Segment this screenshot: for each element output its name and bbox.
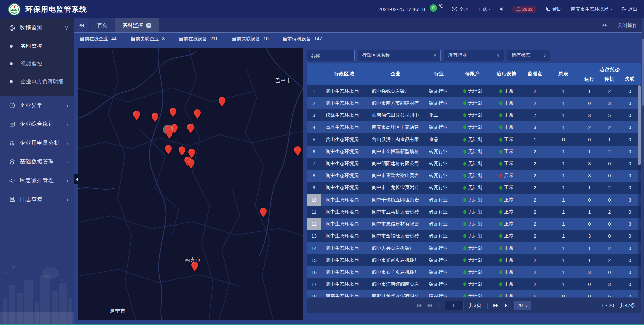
table-row[interactable]: 3仪陇生态环境局西南油气田分公司川中化工无计划正常71350	[307, 109, 641, 121]
map-pin-icon[interactable]	[170, 108, 176, 117]
tab-realtime-monitor[interactable]: 实时监控 ✕	[115, 18, 159, 32]
table-row[interactable]: 5营山生态环境局营山县润丰肉食品有限食品无计划正常10010	[307, 133, 641, 146]
table-row[interactable]: 14阆中生态环境局阆中大兴页岩机砖厂砖瓦行业无计划正常21120	[307, 242, 641, 254]
map-pin-icon[interactable]	[152, 113, 158, 122]
sidebar-item-emergency-reduction[interactable]: 应急减排管理‹	[0, 171, 74, 190]
tabs-scroll-left-button[interactable]	[74, 18, 89, 32]
sidebar-group-data-monitor: 数据监测∨实时监控视频监控企业电力负荷明细	[0, 18, 74, 96]
table-row[interactable]: 7阆中生态环境局阆中明阳建材有限公司砖瓦行业无计划正常21300	[307, 158, 641, 170]
industry-filter-select[interactable]: 所有行业 ∨	[444, 50, 504, 61]
sidebar-item-log-view[interactable]: 日志查看‹	[0, 190, 74, 209]
cell-meters: 1	[548, 197, 579, 203]
help-button[interactable]: 帮助	[546, 6, 562, 12]
table-row[interactable]: 10阆中生态环境局阆中千佛镇五郎垭页岩砖瓦行业无计划正常21003	[307, 194, 641, 206]
map-pin-icon[interactable]	[219, 97, 225, 106]
datetime-display: 2021-02-25 17:46:18	[378, 6, 425, 12]
last-page-button[interactable]	[504, 303, 509, 308]
cell-industry: 砖瓦行业	[424, 257, 454, 263]
table-row[interactable]: 6阆中生态环境局阆中市金博瑞新型墙材砖瓦行业无计划正常21120	[307, 146, 641, 158]
table-row[interactable]: 2阆中生态环境局阆中市南方节能建材有砖瓦行业无计划正常21030	[307, 97, 641, 109]
tab-home[interactable]: 首页	[90, 18, 115, 32]
sidebar-item-power-analysis[interactable]: 企业用电量分析‹	[0, 133, 74, 152]
chevron-down-icon: ∨	[525, 303, 528, 308]
cell-industry: 砖瓦行业	[424, 149, 454, 155]
table-row[interactable]: 12阆中生态环境局阆中市忠信建材有限公砖瓦行业无计划正常21003	[307, 218, 641, 230]
map-pin-icon[interactable]	[133, 111, 140, 120]
table-row[interactable]: 13阆中生态环境局阆中市金福旺页岩机砖砖瓦行业无计划正常21300	[307, 230, 641, 242]
mute-speaker-icon[interactable]	[500, 7, 504, 11]
cell-company: 西南油气田分公司川中	[367, 112, 424, 118]
page-number-input[interactable]	[444, 301, 464, 310]
bullet-dot-icon	[10, 62, 13, 65]
cell-run: 1	[579, 258, 600, 263]
close-operations-button[interactable]: 关闭操作	[617, 22, 637, 29]
status-filter-select[interactable]: 所有状态 ∨	[507, 50, 550, 61]
notification-badge[interactable]: 2632	[512, 6, 537, 13]
stats-bar: 当前在线企业:44当前失联企业:3当前在线设备:211当前失联设备:10当前停机…	[74, 32, 644, 45]
name-filter-input[interactable]	[307, 50, 355, 61]
region-filter-select[interactable]: 行政区域名称 ∨	[358, 50, 441, 61]
tab-close-icon[interactable]: ✕	[146, 23, 151, 28]
fullscreen-button[interactable]: 全屏	[452, 6, 469, 12]
table-row[interactable]: 15阆中生态环境局阆中市光富页岩机砖厂砖瓦行业无计划正常21120	[307, 254, 641, 266]
cell-points: 2	[522, 101, 548, 106]
right-panel: 行政区域名称 ∨ 所有行业 ∨ 所有状态 ∨ 行政区域 企业 行业	[307, 45, 641, 325]
table-scrollbar[interactable]	[638, 85, 641, 297]
prev-page-button[interactable]	[427, 303, 432, 308]
page-size-select[interactable]: 20 ∨	[514, 301, 531, 310]
map-pin-icon[interactable]	[166, 129, 173, 139]
org-dropdown[interactable]: 南充市生态环境局 ▾	[571, 6, 612, 12]
sidebar-item-enterprise-abnormal[interactable]: 企业异常‹	[0, 96, 74, 115]
map-pin-icon[interactable]	[191, 262, 198, 271]
status-dot-icon	[499, 234, 502, 238]
sidebar-item-power-load-detail[interactable]: 企业电力负荷明细	[0, 73, 74, 91]
cell-limit-status: 无计划	[454, 197, 491, 203]
next-page-button[interactable]	[493, 303, 499, 308]
theme-dropdown[interactable]: 主题 ▾	[478, 6, 491, 12]
logout-button[interactable]: 退出	[621, 6, 637, 12]
col-company: 企业	[367, 63, 424, 85]
sidebar-collapse-handle[interactable]	[74, 174, 80, 184]
map-pin-icon[interactable]	[187, 124, 194, 133]
table-row[interactable]: 8阆中生态环境局阆中市枣碧大梁山页岩砖瓦行业无计划异常21300	[307, 170, 641, 182]
col-meters: 总表	[548, 63, 579, 85]
map-pin-icon[interactable]	[179, 146, 185, 156]
map-pin-icon[interactable]	[187, 159, 194, 168]
map-panel[interactable]: 巴中市南充市遂宁市	[78, 48, 303, 320]
cell-region: 阆中生态环境局	[321, 209, 367, 215]
sidebar-item-video-monitor[interactable]: 视频监控	[0, 55, 74, 73]
map-pin-icon[interactable]	[194, 109, 201, 119]
sidebar-item-base-data[interactable]: 基础数据管理‹	[0, 152, 74, 171]
cell-industry: 砖瓦行业	[424, 209, 454, 215]
tabs-scroll-right-button[interactable]	[602, 23, 607, 28]
cell-industry: 砖瓦行业	[424, 161, 454, 167]
cell-company: 阆中市江南镇阆南页岩	[367, 281, 424, 287]
row-index: 3	[307, 109, 321, 121]
col-run: 运行	[579, 73, 600, 85]
table-row[interactable]: 16阆中生态环境局阆中市石子页岩机砖厂砖瓦行业无计划正常21300	[307, 266, 641, 278]
table-row[interactable]: 9阆中生态环境局阆中市二龙长宝页岩砖砖瓦行业无计划正常21120	[307, 182, 641, 194]
cell-company: 阆中强锐页岩砖厂	[367, 88, 424, 94]
row-index: 11	[307, 206, 321, 218]
first-page-button[interactable]	[417, 303, 422, 308]
map-pin-icon[interactable]	[260, 208, 267, 217]
cell-limit-status: 无计划	[454, 112, 491, 118]
cell-region: 营山生态环境局	[321, 137, 367, 143]
table-row[interactable]: 1阆中生态环境局阆中强锐页岩砖厂砖瓦行业无计划正常21120	[307, 85, 641, 97]
sidebar-item-data-monitor[interactable]: 数据监测∨	[0, 18, 74, 37]
sidebar-item-realtime-monitor[interactable]: 实时监控	[0, 37, 74, 55]
cell-stop: 5	[600, 113, 619, 118]
cell-facility-status: 正常	[491, 233, 522, 239]
table-row[interactable]: 18南部生态环境局南部县驰华水泥有限公建材行业无计划正常60060	[307, 290, 641, 297]
col-points: 监测点	[522, 63, 548, 85]
sidebar-item-enterprise-stats[interactable]: 企业综合统计‹	[0, 115, 74, 133]
map-pin-icon[interactable]	[294, 146, 301, 156]
table-row[interactable]: 17阆中生态环境局阆中市江南镇阆南页岩砖瓦行业无计划正常21030	[307, 278, 641, 290]
cell-points: 2	[522, 161, 548, 166]
table-row[interactable]: 4高坪生态环境局南充市高坪区王家店建砖瓦行业无计划正常31220	[307, 121, 641, 133]
cell-points: 2	[522, 173, 548, 178]
page-scrollbar[interactable]	[642, 18, 644, 325]
table-row[interactable]: 11阆中生态环境局阆中市五马桥页岩机砖砖瓦行业无计划正常21120	[307, 206, 641, 218]
status-dot-icon	[499, 222, 502, 226]
map-pin-icon[interactable]	[165, 145, 172, 154]
